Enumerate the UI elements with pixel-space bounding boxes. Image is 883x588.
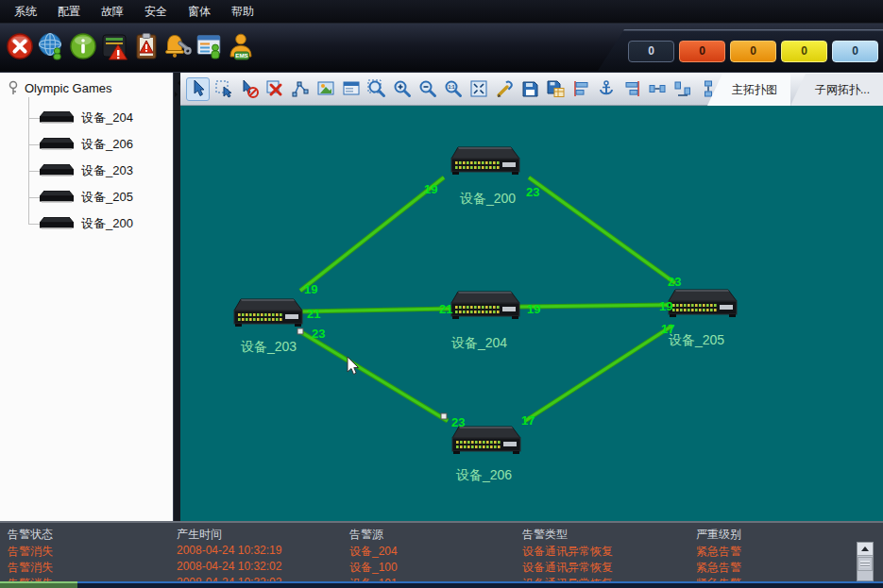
topology-link[interactable]	[300, 177, 444, 291]
tree-root-olympic-games[interactable]: Olympic Games	[8, 80, 111, 95]
device-node-label: 设备_205	[669, 332, 724, 347]
sidebar-item-device[interactable]: 设备_203	[28, 161, 133, 180]
alarm-cell[interactable]: 设备通讯异常恢复	[522, 544, 613, 560]
device-node-label: 设备_200	[460, 191, 516, 206]
menu-item-fault[interactable]: 故障	[91, 1, 134, 23]
zoom-out-icon[interactable]	[416, 77, 439, 101]
anchor-icon[interactable]	[594, 77, 618, 101]
menu-item-system[interactable]: 系统	[4, 1, 47, 23]
alarm-cell[interactable]: 告警消失	[8, 560, 53, 576]
tree-root-icon	[8, 80, 19, 95]
alarm-counter-blue[interactable]: 0	[832, 41, 878, 62]
device-icon	[40, 191, 74, 204]
alarm-cell[interactable]: 2008-04-24 10:32:02	[177, 560, 281, 573]
alarm-cell[interactable]: 2008-04-24 10:32:19	[177, 544, 281, 557]
info-button[interactable]	[67, 31, 98, 65]
zoom-actual-icon[interactable]: 1:1	[441, 77, 465, 101]
menu-item-config[interactable]: 配置	[47, 1, 91, 23]
selection-handle[interactable]	[441, 413, 447, 419]
topology-link[interactable]	[519, 305, 672, 307]
fit-view-icon[interactable]	[467, 77, 490, 101]
menu-item-security[interactable]: 安全	[134, 1, 178, 23]
device-label: 设备_200	[81, 215, 133, 232]
alarm-cell[interactable]: 设备_204	[349, 544, 398, 560]
image-icon[interactable]	[314, 77, 337, 101]
topology-link[interactable]	[529, 177, 675, 283]
port-label: 21	[307, 307, 320, 321]
alarm-cell[interactable]: 设备通讯异常恢复	[522, 560, 613, 576]
ems-user-button[interactable]: EMS	[226, 31, 257, 65]
port-label: 23	[668, 275, 681, 289]
alarm-cell[interactable]: 紧急告警	[696, 544, 741, 560]
exit-button[interactable]	[4, 31, 35, 65]
column-header[interactable]: 告警状态	[8, 527, 53, 543]
device-node-205[interactable]	[669, 290, 737, 317]
topology-link[interactable]	[525, 326, 672, 421]
zoom-area-icon[interactable]	[365, 77, 388, 101]
menu-bar: 系统配置故障安全窗体帮助	[0, 0, 883, 24]
tree-connector	[28, 197, 40, 198]
device-node-200[interactable]	[451, 147, 519, 175]
sidebar-item-device[interactable]: 设备_200	[28, 214, 133, 233]
align-left-icon[interactable]	[569, 77, 592, 101]
sidebar-item-device[interactable]: 设备_204	[28, 109, 133, 127]
sidebar-splitter[interactable]	[173, 73, 180, 521]
device-icon	[40, 164, 74, 177]
tree-connector	[28, 118, 40, 119]
alarm-cell[interactable]: 设备_100	[349, 560, 398, 576]
alarm-counter-red[interactable]: 0	[679, 41, 725, 62]
save-icon[interactable]	[518, 77, 541, 101]
menu-item-help[interactable]: 帮助	[221, 1, 264, 23]
device-node-206[interactable]	[452, 427, 520, 454]
alarm-cell[interactable]: 告警消失	[8, 544, 53, 560]
topology-button[interactable]	[36, 31, 67, 65]
align-right-icon[interactable]	[620, 77, 643, 101]
tab-subnet-topology[interactable]: 子网拓扑...	[790, 74, 883, 106]
port-label: 19	[424, 182, 437, 196]
device-node-204[interactable]	[451, 292, 519, 319]
topology-link[interactable]	[301, 332, 448, 421]
port-label: 21	[439, 302, 452, 316]
zoom-in-icon[interactable]	[390, 77, 414, 101]
device-node-203[interactable]	[234, 299, 302, 327]
marquee-select-icon[interactable]	[212, 77, 235, 101]
alarm-counter-dark[interactable]: 0	[628, 41, 674, 62]
save-table-icon[interactable]	[543, 77, 567, 101]
column-header[interactable]: 严重级别	[696, 527, 741, 543]
device-node-label: 设备_204	[451, 335, 507, 350]
distribute-h-icon[interactable]	[645, 77, 669, 101]
port-label: 19	[527, 302, 540, 316]
alarm-cell[interactable]: 紧急告警	[696, 560, 741, 576]
selection-handle[interactable]	[297, 328, 303, 334]
column-header[interactable]: 告警源	[349, 527, 383, 543]
device-node-label: 设备_203	[241, 339, 297, 354]
alarm-table: 告警状态产生时间告警源告警类型严重级别告警消失2008-04-24 10:32:…	[0, 521, 883, 581]
bell-wrench-icon	[163, 32, 192, 64]
select-off-icon[interactable]	[237, 77, 261, 101]
sidebar-item-device[interactable]: 设备_205	[28, 188, 133, 207]
alarm-panel-button[interactable]	[99, 31, 130, 65]
panel-icon[interactable]	[339, 77, 363, 101]
tab-main-topology[interactable]: 主拓扑图	[707, 74, 790, 106]
polyline-icon[interactable]	[288, 77, 312, 101]
device-label: 设备_206	[81, 136, 133, 153]
link-icon[interactable]	[492, 77, 516, 101]
column-header[interactable]: 告警类型	[522, 527, 568, 543]
scrollbar-thumb[interactable]	[858, 557, 873, 571]
sidebar-item-device[interactable]: 设备_206	[28, 135, 133, 154]
alarm-settings-button[interactable]	[162, 31, 194, 65]
device-node-label: 设备_206	[456, 467, 512, 482]
alarm-table-scrollbar[interactable]	[857, 542, 874, 581]
port-label: 23	[451, 415, 465, 429]
alarm-counter-orange[interactable]: 0	[730, 41, 776, 62]
delete-icon[interactable]	[263, 77, 286, 101]
topology-canvas[interactable]: 191923232121191923231717设备_200设备_203设备_2…	[180, 106, 883, 521]
menu-item-window[interactable]: 窗体	[178, 1, 221, 23]
pointer-icon[interactable]	[186, 77, 210, 101]
alarm-board-button[interactable]	[130, 31, 161, 65]
alarm-counter-yellow[interactable]: 0	[781, 41, 827, 62]
distribute-h2-icon[interactable]	[671, 77, 694, 101]
scrollbar-up-icon[interactable]	[858, 543, 873, 556]
column-header[interactable]: 产生时间	[177, 527, 222, 543]
window-user-button[interactable]	[194, 31, 225, 65]
